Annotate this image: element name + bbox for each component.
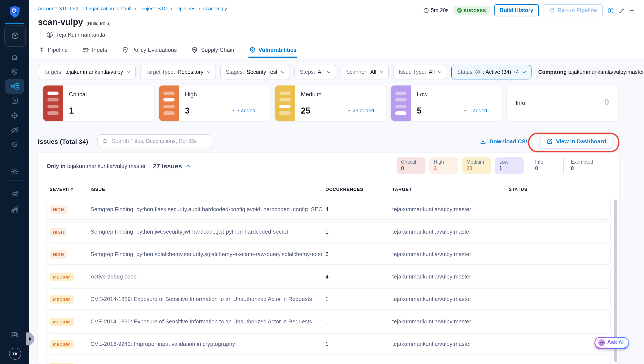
ai-bot-icon [598, 339, 604, 346]
breadcrumb-organization[interactable]: Organization: default [78, 6, 132, 12]
table-row[interactable]: HIGH Semgrep Finding: python.sqlalchemy.… [46, 244, 610, 264]
trigger-author-row: Teja Kummarikuntla [40, 29, 105, 40]
severity-card-high[interactable]: High 3 ▲3 added [159, 86, 270, 121]
filter-targets[interactable]: Targets:tejakummarikuntla/vulpy [38, 65, 136, 79]
table-row[interactable]: MEDIUM CVE-2016-9243: Improper input val… [46, 334, 610, 354]
info-icon[interactable] [607, 7, 614, 14]
breadcrumb: Account: STO test Organization: default … [38, 6, 227, 12]
sidebar-item-targets-icon[interactable] [0, 112, 29, 120]
chip-info[interactable]: Info0 [528, 157, 560, 174]
issue-title: Semgrep Finding: python.jwt.security.jwt… [88, 228, 322, 235]
page-title: scan-vulpy [38, 17, 83, 27]
tab-supply-chain[interactable]: Supply Chain [190, 43, 235, 58]
col-target: TARGET [389, 187, 506, 192]
author-name: Teja Kummarikuntla [56, 32, 105, 38]
breadcrumb-pipelines[interactable]: Pipelines [168, 6, 196, 12]
added-triangle-icon: ▲ [232, 109, 235, 112]
left-nav-sidebar: TK [0, 0, 29, 364]
filter-scanner[interactable]: Scanner:All [340, 65, 389, 79]
filter-stages[interactable]: Stages:Security Test [220, 65, 290, 79]
active-module-underline [5, 23, 24, 24]
table-row[interactable]: MEDIUM CVE-2014-1829: Exposure of Sensit… [46, 289, 610, 309]
sidebar-item-account-settings-icon[interactable] [0, 206, 29, 214]
severity-gauge-icon [43, 86, 63, 121]
check-circle-icon [457, 8, 462, 13]
tab-pipeline[interactable]: Pipeline [38, 43, 69, 58]
help-chat-icon[interactable] [0, 331, 29, 339]
severity-card-info[interactable]: Info 0 [507, 86, 618, 121]
sidebar-item-pipelines-active[interactable] [5, 79, 24, 94]
user-avatar[interactable]: TK [9, 347, 21, 360]
issues-search-input[interactable] [111, 138, 208, 145]
group-issue-count-toggle[interactable]: 27 Issues [153, 162, 191, 170]
search-icon [102, 138, 108, 144]
table-row[interactable]: MEDIUM CVE-2014-1830: Exposure of Sensit… [46, 311, 610, 332]
table-row-partial[interactable]: MEDIUM [46, 356, 610, 364]
policy-shield-check-icon [122, 47, 128, 53]
view-in-dashboard-button[interactable]: View in Dashboard [540, 134, 612, 148]
user-icon [46, 32, 53, 38]
chevron-up-icon [185, 163, 191, 169]
table-row[interactable]: MEDIUM Active debug code 4 tejakummariku… [46, 266, 610, 287]
severity-gauge-icon [391, 86, 411, 121]
chip-high[interactable]: High3 [429, 157, 458, 174]
severity-gauge-icon [159, 86, 179, 121]
rerun-pipeline-button[interactable]: Re-run Pipeline [544, 4, 602, 17]
refresh-icon [550, 8, 555, 13]
chip-medium[interactable]: Medium23 [462, 157, 491, 174]
sidebar-item-settings-gear-icon[interactable] [0, 167, 29, 176]
breadcrumb-project[interactable]: Project: STO [132, 6, 168, 12]
filter-issue-type[interactable]: Issue Type:All [393, 65, 447, 79]
issue-title: CVE-2014-1829: Exposure of Sensitive Inf… [88, 296, 322, 302]
breadcrumb-account[interactable]: Account: STO test [38, 6, 78, 11]
chevron-down-icon [379, 70, 384, 75]
chevron-down-icon [521, 70, 526, 75]
added-triangle-icon: ▲ [464, 109, 467, 112]
chip-exempted[interactable]: Exempted0 [564, 157, 598, 174]
tab-vulnerabilities-active[interactable]: Vulnerabilities [248, 43, 298, 58]
filter-status-active[interactable]: Status : Active (34) +4 [452, 65, 531, 79]
chip-low[interactable]: Low1 [495, 157, 524, 174]
col-status: STATUS [506, 187, 610, 192]
table-row[interactable]: HIGH Semgrep Finding: python.jwt.securit… [46, 222, 610, 242]
sidebar-item-default-settings-icon[interactable] [0, 190, 29, 198]
comparing-summary: Comparing tejakummarikuntla/vulpy:master… [538, 69, 644, 75]
vulnerabilities-panel: Targets:tejakummarikuntla/vulpy Target T… [29, 58, 644, 364]
execution-tabs: Pipeline Inputs Policy Evaluations Suppl… [38, 43, 298, 58]
sidebar-item-overview-icon[interactable] [0, 68, 29, 76]
chevron-down-icon [126, 70, 131, 75]
module-selector-cube-icon[interactable] [4, 25, 26, 47]
build-id-label: (Build Id: 6) [86, 21, 111, 26]
status-badge: SUCCESS [453, 6, 490, 15]
issues-search[interactable] [98, 134, 212, 148]
severity-card-medium[interactable]: Medium 25 ▲23 added [275, 86, 386, 121]
harness-sto-logo [0, 5, 29, 19]
severity-summary-cards: Critical 1 ▲ High 3 ▲3 added Medium 25 ▲… [43, 86, 618, 121]
severity-card-critical[interactable]: Critical 1 ▲ [43, 86, 154, 121]
build-history-button[interactable]: Build History [494, 4, 539, 17]
added-triangle-icon: ▲ [348, 109, 351, 112]
sidebar-item-exemptions-icon[interactable] [0, 140, 29, 148]
severity-card-low[interactable]: Low 5 ▲1 added [391, 86, 502, 121]
col-severity: SEVERITY [46, 187, 88, 192]
filter-target-type[interactable]: Target Type:Repository [140, 65, 216, 79]
filter-steps[interactable]: Steps:All [294, 65, 336, 79]
edit-pencil-icon[interactable] [618, 7, 625, 14]
more-options-kebab-icon[interactable] [630, 9, 634, 12]
ask-ai-button[interactable]: Ask AI [594, 337, 629, 349]
sidebar-item-executions-icon[interactable] [0, 97, 29, 104]
chip-critical[interactable]: Critical0 [396, 157, 426, 174]
tab-policy-evaluations[interactable]: Policy Evaluations [121, 43, 178, 58]
chevron-down-icon [326, 70, 332, 75]
issue-title: Semgrep Finding: python.flask.security.a… [88, 206, 322, 213]
breadcrumb-pipeline-name[interactable]: scan-vulpy [196, 6, 227, 12]
table-row[interactable]: HIGH Semgrep Finding: python.flask.secur… [46, 199, 610, 219]
tab-inputs[interactable]: Inputs [82, 43, 108, 58]
app-window: TK Account: STO test Organization: defau… [0, 0, 644, 364]
sidebar-item-baseline-eye-off-icon[interactable] [0, 126, 29, 134]
sidebar-item-home-icon[interactable] [0, 54, 29, 61]
download-csv-button[interactable]: Download CSV [480, 138, 529, 144]
pipeline-icon [39, 47, 45, 53]
execution-duration: 5m 20s [423, 7, 448, 13]
issue-title: CVE-2016-9243: Improper input validation… [88, 341, 322, 347]
